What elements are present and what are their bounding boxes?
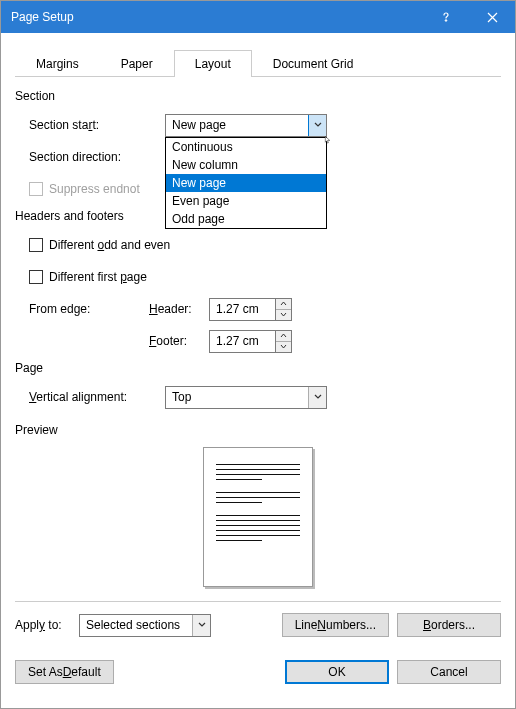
apply-to-label: Apply to:	[15, 618, 79, 632]
section-start-dropdown: Continuous New column New page Even page…	[165, 137, 327, 229]
cancel-button[interactable]: Cancel	[397, 660, 501, 684]
line-numbers-button[interactable]: Line Numbers...	[282, 613, 389, 637]
ok-button[interactable]: OK	[285, 660, 389, 684]
footer-spinner[interactable]	[209, 330, 292, 353]
spin-down-icon[interactable]	[276, 342, 291, 352]
from-edge-label: From edge:	[29, 302, 149, 316]
chevron-down-icon[interactable]	[308, 115, 326, 136]
chevron-down-icon[interactable]	[308, 387, 326, 408]
svg-point-0	[445, 20, 447, 22]
page-group-label: Page	[15, 361, 501, 375]
close-button[interactable]	[469, 1, 515, 33]
option-new-page[interactable]: New page	[166, 174, 326, 192]
footer-label: Footer:	[149, 334, 209, 348]
spin-up-icon[interactable]	[276, 331, 291, 342]
tab-strip: Margins Paper Layout Document Grid	[15, 49, 501, 77]
tab-paper[interactable]: Paper	[100, 50, 174, 77]
tab-layout[interactable]: Layout	[174, 50, 252, 77]
spin-down-icon[interactable]	[276, 310, 291, 320]
section-direction-label: Section direction:	[29, 150, 165, 164]
diff-first-page-checkbox[interactable]	[29, 270, 43, 284]
suppress-endnotes-label: Suppress endnot	[49, 182, 140, 196]
section-group-label: Section	[15, 89, 501, 103]
tab-margins[interactable]: Margins	[15, 50, 100, 77]
spin-up-icon[interactable]	[276, 299, 291, 310]
diff-first-page-label: Different first page	[49, 270, 147, 284]
diff-odd-even-label: Different odd and even	[49, 238, 170, 252]
header-label: Header:	[149, 302, 209, 316]
header-spinner[interactable]	[209, 298, 292, 321]
dialog-title: Page Setup	[11, 10, 423, 24]
preview-label: Preview	[15, 423, 501, 437]
suppress-endnotes-checkbox	[29, 182, 43, 196]
preview-thumbnail	[203, 447, 313, 587]
chevron-down-icon[interactable]	[192, 615, 210, 636]
section-start-label: Section start:	[29, 118, 165, 132]
section-start-value: New page	[166, 118, 308, 132]
option-new-column[interactable]: New column	[166, 156, 326, 174]
option-odd-page[interactable]: Odd page	[166, 210, 326, 228]
valign-combo[interactable]: Top	[165, 386, 327, 409]
apply-to-combo[interactable]: Selected sections	[79, 614, 211, 637]
titlebar: Page Setup	[1, 1, 515, 33]
borders-button[interactable]: Borders...	[397, 613, 501, 637]
set-as-default-button[interactable]: Set As Default	[15, 660, 114, 684]
section-start-combo[interactable]: New page Continuous New column New page …	[165, 114, 327, 137]
apply-to-value: Selected sections	[80, 618, 192, 632]
option-continuous[interactable]: Continuous	[166, 138, 326, 156]
help-button[interactable]	[423, 1, 469, 33]
valign-value: Top	[166, 390, 308, 404]
cursor-icon	[324, 136, 332, 144]
footer-input[interactable]	[209, 330, 275, 353]
option-even-page[interactable]: Even page	[166, 192, 326, 210]
tab-document-grid[interactable]: Document Grid	[252, 50, 375, 77]
header-input[interactable]	[209, 298, 275, 321]
valign-label: Vertical alignment:	[29, 390, 165, 404]
diff-odd-even-checkbox[interactable]	[29, 238, 43, 252]
